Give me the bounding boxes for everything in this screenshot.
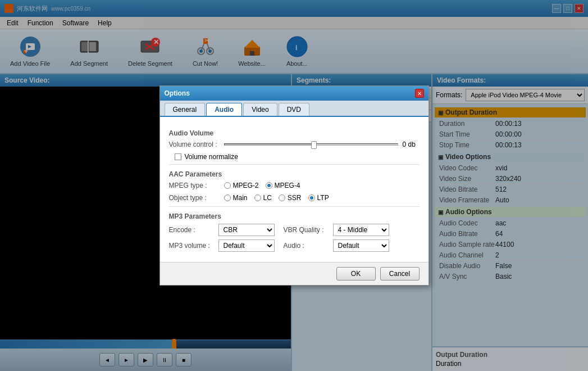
tab-general[interactable]: General — [165, 103, 206, 116]
volume-normalize-label: Volume normalize — [185, 153, 238, 161]
mpeg4-radio[interactable] — [266, 182, 272, 189]
object-type-row: Object type : Main LC SSR — [169, 194, 420, 202]
mpeg-type-label: MPEG type : — [169, 182, 220, 189]
volume-control-row: Volume control : 0 db — [169, 141, 420, 148]
vbr-quality-select[interactable]: 4 - Middle — [333, 224, 389, 236]
dialog-footer: OK Cancel — [160, 262, 429, 285]
ok-button[interactable]: OK — [336, 267, 376, 280]
mpeg-type-radios: MPEG-2 MPEG-4 — [224, 182, 300, 189]
volume-label: Volume control : — [169, 141, 220, 148]
audio-label: Audio : — [284, 242, 329, 250]
mpeg2-radio-item: MPEG-2 — [224, 182, 259, 189]
lc-radio-item: LC — [254, 194, 272, 202]
options-dialog: Options ✕ General Audio Video DVD Audio … — [159, 85, 429, 286]
encode-select[interactable]: CBR VBR — [218, 224, 275, 236]
cancel-button[interactable]: Cancel — [380, 267, 420, 280]
ssr-label: SSR — [288, 194, 302, 202]
mpeg4-radio-item: MPEG-4 — [266, 182, 300, 189]
mp3-section-title: MP3 Parameters — [169, 212, 420, 220]
mp3-volume-row: MP3 volume : Default — [169, 239, 275, 252]
audio-volume-section-title: Audio Volume — [169, 129, 420, 137]
slider-thumb[interactable] — [311, 141, 317, 149]
volume-slider-container: 0 db — [224, 141, 420, 148]
vbr-quality-label: VBR Quality : — [284, 226, 329, 234]
volume-slider[interactable] — [224, 143, 398, 146]
ssr-radio[interactable] — [279, 194, 285, 201]
vbr-quality-row: VBR Quality : 4 - Middle — [284, 224, 389, 236]
dialog-body: Audio Volume Volume control : 0 db Volum… — [160, 117, 429, 262]
main-radio[interactable] — [224, 194, 231, 201]
object-type-label: Object type : — [169, 194, 220, 202]
main-label: Main — [233, 194, 248, 202]
mp3-volume-label: MP3 volume : — [169, 242, 214, 250]
dialog-tabs: General Audio Video DVD — [160, 101, 429, 117]
dialog-overlay: Options ✕ General Audio Video DVD Audio … — [0, 0, 588, 371]
mpeg-type-row: MPEG type : MPEG-2 MPEG-4 — [169, 182, 420, 189]
volume-normalize-checkbox[interactable] — [175, 153, 181, 160]
ltp-radio[interactable] — [308, 194, 315, 201]
volume-value: 0 db — [403, 141, 420, 148]
mp3-volume-select[interactable]: Default — [218, 239, 275, 252]
tab-dvd[interactable]: DVD — [279, 103, 309, 116]
ltp-radio-item: LTP — [308, 194, 329, 202]
tab-audio[interactable]: Audio — [206, 103, 242, 116]
lc-label: LC — [263, 194, 272, 202]
ltp-label: LTP — [317, 194, 329, 202]
mpeg4-label: MPEG-4 — [275, 182, 300, 189]
slider-fill — [225, 144, 311, 145]
encode-row: Encode : CBR VBR — [169, 224, 275, 236]
lc-radio[interactable] — [254, 194, 261, 201]
volume-normalize-row: Volume normalize — [175, 153, 420, 161]
mpeg2-label: MPEG-2 — [233, 182, 259, 189]
encode-label: Encode : — [169, 226, 214, 234]
dialog-title: Options — [165, 89, 190, 97]
tab-video[interactable]: Video — [243, 103, 277, 116]
main-radio-item: Main — [224, 194, 248, 202]
aac-section-title: AAC Parameters — [169, 170, 420, 178]
object-type-radios: Main LC SSR LTP — [224, 194, 329, 202]
dialog-titlebar: Options ✕ — [160, 86, 429, 101]
ssr-radio-item: SSR — [279, 194, 302, 202]
mpeg2-radio[interactable] — [224, 182, 231, 189]
dialog-close-button[interactable]: ✕ — [415, 89, 424, 98]
audio-row: Audio : Default — [284, 239, 389, 252]
audio-select[interactable]: Default — [333, 239, 389, 252]
